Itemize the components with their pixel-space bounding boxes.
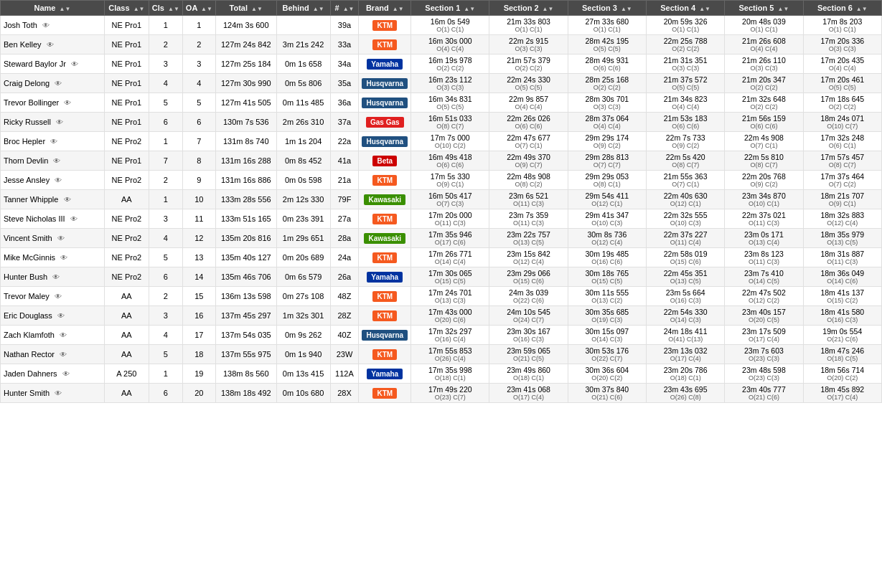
eye-icon[interactable]: 👁 <box>55 293 62 300</box>
cell-num: 28a <box>330 229 359 248</box>
eye-icon[interactable]: 👁 <box>53 157 60 165</box>
cell-oa: 18 <box>182 345 215 364</box>
cell-section-1: 16m 23s 112O(3) C(3) <box>411 74 489 93</box>
cell-section-5: 23m 7s 410O(14) C(5) <box>725 267 803 287</box>
header-s1[interactable]: Section 1 ▲▼ <box>411 1 489 16</box>
cell-section-3: 30m 8s 736O(12) C(4) <box>568 229 646 248</box>
cell-name: Jaden Dahners 👁 <box>1 364 105 384</box>
eye-icon[interactable]: 👁 <box>64 196 71 204</box>
cell-section-2: 24m 10s 545O(24) C(7) <box>489 306 568 326</box>
cell-behind: 1m 29s 651 <box>276 229 330 248</box>
header-class[interactable]: Class ▲▼ <box>104 1 149 16</box>
cell-section-6: 18m 41s 137O(15) C(2) <box>803 287 881 306</box>
cell-section-4: 22m 40s 630O(12) C(1) <box>647 190 725 209</box>
eye-icon[interactable]: 👁 <box>60 331 67 339</box>
cell-cls: 1 <box>149 364 182 384</box>
header-s6[interactable]: Section 6 ▲▼ <box>803 1 881 16</box>
header-num[interactable]: # ▲▼ <box>330 1 359 16</box>
header-s5[interactable]: Section 5 ▲▼ <box>725 1 803 16</box>
cell-total: 127m 30s 990 <box>215 74 276 93</box>
eye-icon[interactable]: 👁 <box>62 370 70 378</box>
cell-section-5: 21m 20s 347O(2) C(2) <box>725 74 803 93</box>
header-cls[interactable]: Cls ▲▼ <box>149 1 182 16</box>
cell-num: 27a <box>330 209 359 229</box>
eye-icon[interactable]: 👁 <box>55 80 62 87</box>
cell-name: Jesse Ansley 👁 <box>1 171 105 190</box>
cell-section-3: 30m 36s 604O(20) C(2) <box>568 364 646 384</box>
header-brand[interactable]: Brand ▲▼ <box>359 1 411 16</box>
eye-icon[interactable]: 👁 <box>57 234 65 242</box>
cell-class: NE Pro2 <box>104 209 149 229</box>
cell-oa: 9 <box>182 171 215 190</box>
cell-name: Ricky Russell 👁 <box>1 113 105 132</box>
eye-icon[interactable]: 👁 <box>57 312 65 320</box>
cell-behind: 3m 21s 242 <box>276 35 330 54</box>
cell-num: 48Z <box>330 287 359 306</box>
cell-brand: Kawasaki <box>359 190 411 209</box>
cell-total: 127m 25s 184 <box>215 54 276 74</box>
cell-cls: 2 <box>149 287 182 306</box>
eye-icon[interactable]: 👁 <box>52 273 60 281</box>
cell-total: 138m 18s 492 <box>215 384 276 403</box>
brand-badge: Husqvarna <box>362 98 408 108</box>
cell-class: AA <box>104 326 149 345</box>
table-row: Broc Hepler 👁NE Pro217131m 8s 7401m 1s 2… <box>1 132 882 151</box>
cell-section-5: 23m 17s 509O(17) C(4) <box>725 326 803 345</box>
cell-total: 131m 16s 288 <box>215 151 276 171</box>
cell-section-3: 28m 37s 064O(4) C(4) <box>568 113 646 132</box>
header-s3[interactable]: Section 3 ▲▼ <box>568 1 646 16</box>
cell-class: NE Pro1 <box>104 113 149 132</box>
eye-icon[interactable]: 👁 <box>56 118 63 126</box>
eye-icon[interactable]: 👁 <box>55 389 62 397</box>
cell-oa: 8 <box>182 151 215 171</box>
header-s4[interactable]: Section 4 ▲▼ <box>647 1 725 16</box>
cell-brand: Gas Gas <box>359 113 411 132</box>
cell-name: Nathan Rector 👁 <box>1 345 105 364</box>
eye-icon[interactable]: 👁 <box>50 138 57 146</box>
eye-icon[interactable]: 👁 <box>70 215 78 223</box>
eye-icon[interactable]: 👁 <box>60 351 67 359</box>
cell-section-6: 18m 31s 887O(11) C(3) <box>803 248 881 267</box>
cell-name: Vincent Smith 👁 <box>1 229 105 248</box>
cell-name: Ben Kelley 👁 <box>1 35 105 54</box>
cell-section-4: 20m 59s 326O(1) C(1) <box>647 16 725 35</box>
eye-icon[interactable]: 👁 <box>55 176 62 184</box>
cell-name: Steve Nicholas III 👁 <box>1 209 105 229</box>
eye-icon[interactable]: 👁 <box>60 254 67 262</box>
eye-icon[interactable]: 👁 <box>71 60 78 68</box>
eye-icon[interactable]: 👁 <box>42 22 50 29</box>
cell-cls: 3 <box>149 306 182 326</box>
cell-section-1: 17m 24s 701O(13) C(3) <box>411 287 489 306</box>
header-oa[interactable]: OA ▲▼ <box>182 1 215 16</box>
eye-icon[interactable]: 👁 <box>47 41 54 49</box>
header-behind[interactable]: Behind ▲▼ <box>276 1 330 16</box>
cell-section-6: 18m 41s 580O(16) C(3) <box>803 306 881 326</box>
cell-total: 133m 51s 165 <box>215 209 276 229</box>
cell-cls: 1 <box>149 190 182 209</box>
cell-section-3: 29m 54s 411O(12) C(1) <box>568 190 646 209</box>
table-row: Ben Kelley 👁NE Pro122127m 24s 8423m 21s … <box>1 35 882 54</box>
header-name[interactable]: Name ▲▼ <box>1 1 105 16</box>
cell-section-2: 22m 24s 330O(5) C(5) <box>489 74 568 93</box>
table-row: Steward Baylor Jr 👁NE Pro133127m 25s 184… <box>1 54 882 74</box>
brand-badge: KTM <box>372 349 397 360</box>
cell-section-2: 23m 22s 757O(13) C(5) <box>489 229 568 248</box>
cell-brand: KTM <box>359 35 411 54</box>
eye-icon[interactable]: 👁 <box>64 99 71 107</box>
results-table: Name ▲▼Class ▲▼Cls ▲▼OA ▲▼Total ▲▼Behind… <box>0 0 882 403</box>
cell-total: 135m 20s 816 <box>215 229 276 248</box>
header-total[interactable]: Total ▲▼ <box>215 1 276 16</box>
brand-badge: KTM <box>372 291 397 302</box>
cell-brand: KTM <box>359 384 411 403</box>
cell-section-5: 21m 26s 608O(4) C(4) <box>725 35 803 54</box>
header-s2[interactable]: Section 2 ▲▼ <box>489 1 568 16</box>
cell-brand: Husqvarna <box>359 74 411 93</box>
cell-name: Thorn Devlin 👁 <box>1 151 105 171</box>
cell-behind: 2m 26s 310 <box>276 113 330 132</box>
cell-section-3: 29m 28s 813O(7) C(7) <box>568 151 646 171</box>
cell-brand: KTM <box>359 287 411 306</box>
cell-behind: 0m 9s 262 <box>276 326 330 345</box>
cell-cls: 4 <box>149 229 182 248</box>
table-row: Thorn Devlin 👁NE Pro178131m 16s 2880m 8s… <box>1 151 882 171</box>
cell-class: A 250 <box>104 364 149 384</box>
